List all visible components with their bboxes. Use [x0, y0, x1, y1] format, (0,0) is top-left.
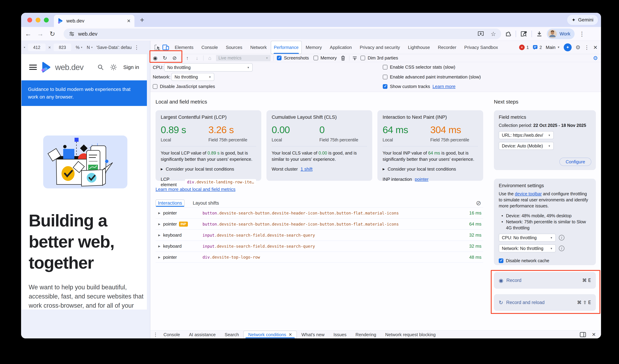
- drawer-tab-request-blocking[interactable]: Network request blocking: [381, 331, 440, 339]
- interaction-row[interactable]: ▶ pointer div.devsite-top-logo-row 48 ms: [155, 252, 483, 263]
- sign-in-link[interactable]: Sign in: [123, 64, 139, 70]
- browser-tab[interactable]: web.dev ✕: [54, 15, 134, 27]
- reload-button[interactable]: ↻: [46, 30, 58, 38]
- tab-application[interactable]: Application: [326, 41, 356, 54]
- zoom-dropdown[interactable]: %▾: [76, 45, 82, 50]
- ai-assistant-icon[interactable]: ✦: [564, 43, 572, 51]
- interaction-row[interactable]: ▶ keyboard input.devsite-search-field.de…: [155, 230, 483, 241]
- drawer-tab-ai-assistance[interactable]: AI assistance: [184, 331, 220, 339]
- zoom-window-button[interactable]: [44, 18, 49, 22]
- dim-3rd-parties-checkbox[interactable]: Dim 3rd parties: [361, 55, 398, 61]
- tab-recorder[interactable]: Recorder: [434, 41, 460, 54]
- field-url-select[interactable]: URL: https://web.dev/▼: [499, 131, 554, 139]
- issues-badge[interactable]: 2: [533, 45, 542, 50]
- hamburger-menu-icon[interactable]: [29, 65, 37, 70]
- drawer-tab-console[interactable]: Console: [159, 331, 184, 339]
- load-profile-icon[interactable]: ↑: [183, 54, 192, 62]
- inp-consider-disclosure[interactable]: ▶ Consider your local test conditions: [383, 167, 478, 172]
- close-drawer-icon[interactable]: ✕: [592, 332, 596, 337]
- interaction-row[interactable]: ▶ pointerINP button.devsite-search-butto…: [155, 218, 483, 230]
- clear-interactions-icon[interactable]: ⊘: [476, 199, 481, 207]
- env-cpu-select[interactable]: CPU: No throttling▼: [499, 234, 556, 242]
- row-expand-icon[interactable]: ▶: [155, 223, 163, 226]
- forward-button[interactable]: →: [34, 30, 46, 38]
- device-toolbar-link[interactable]: device toolbar: [515, 191, 542, 196]
- collect-garbage-icon[interactable]: [340, 55, 346, 61]
- tab-privacy-security[interactable]: Privacy and security: [356, 41, 404, 54]
- interaction-row[interactable]: ▶ keyboard input.devsite-search-field.de…: [155, 241, 483, 252]
- env-network-select[interactable]: Network: No throttling▼: [499, 244, 556, 252]
- profile-button[interactable]: Work: [547, 28, 575, 39]
- throttle-dropdown[interactable]: N▾: [87, 45, 93, 50]
- tab-elements[interactable]: Elements: [171, 41, 197, 54]
- advanced-paint-checkbox[interactable]: Enable advanced paint instrumentation (s…: [383, 74, 481, 80]
- new-tab-button[interactable]: +: [140, 17, 144, 24]
- learn-more-metrics-link[interactable]: Learn more about local and field metrics: [155, 187, 235, 192]
- interaction-row[interactable]: ▶ pointer button.devsite-search-button.d…: [155, 207, 483, 218]
- field-device-select[interactable]: Device: Auto (Mobile)▼: [499, 142, 554, 150]
- tab-performance[interactable]: Performance: [271, 41, 302, 54]
- tab-privacy-sandbox[interactable]: Privacy Sandbox: [460, 41, 502, 54]
- browser-menu-icon[interactable]: ⋮: [579, 30, 585, 37]
- search-icon[interactable]: [97, 64, 104, 70]
- error-badge[interactable]: ✕ 1: [519, 45, 529, 50]
- tab-lighthouse[interactable]: Lighthouse: [404, 41, 434, 54]
- tab-memory[interactable]: Memory: [302, 41, 326, 54]
- drawer-tab-rendering[interactable]: Rendering: [351, 331, 381, 339]
- disable-js-samples-checkbox[interactable]: Disable JavaScript samples: [153, 84, 215, 89]
- tab-sources[interactable]: Sources: [222, 41, 246, 54]
- memory-checkbox[interactable]: Memory: [313, 55, 337, 61]
- extensions-icon[interactable]: [505, 31, 511, 37]
- dock-side-icon[interactable]: [580, 332, 586, 337]
- devtools-settings-icon[interactable]: ⚙: [576, 44, 580, 51]
- cpu-throttle-select[interactable]: No throttling▼: [164, 63, 253, 71]
- install-icon[interactable]: [478, 31, 484, 37]
- inspect-element-icon[interactable]: [154, 44, 161, 51]
- disable-network-cache-checkbox[interactable]: Disable network cache: [499, 258, 591, 263]
- css-selector-stats-checkbox[interactable]: Enable CSS selector stats (slow): [383, 64, 455, 70]
- bookmark-star-icon[interactable]: ☆: [491, 30, 496, 37]
- tab-network[interactable]: Network: [246, 41, 271, 54]
- lcp-element-chip[interactable]: div.devsite-landing-row-ite…: [185, 179, 256, 185]
- device-width-input[interactable]: 412: [28, 43, 46, 51]
- tab-layout-shifts[interactable]: Layout shifts: [191, 199, 221, 207]
- address-bar[interactable]: web.dev ☆: [64, 28, 501, 39]
- tab-close-icon[interactable]: ✕: [127, 18, 131, 24]
- site-logo-text[interactable]: web.dev: [55, 63, 84, 72]
- learn-more-link[interactable]: Learn more: [433, 84, 455, 89]
- devtools-close-icon[interactable]: ✕: [593, 44, 598, 50]
- capture-settings-icon[interactable]: ⚙: [593, 55, 598, 61]
- row-expand-icon[interactable]: ▶: [155, 211, 163, 215]
- lcp-consider-disclosure[interactable]: ▶ Consider your local test conditions: [161, 167, 256, 172]
- save-profile-icon[interactable]: ↓: [192, 54, 202, 62]
- record-and-reload-icon[interactable]: ↻: [160, 54, 170, 62]
- cls-worst-cluster-link[interactable]: 1 shift: [300, 167, 312, 172]
- network-throttle-select[interactable]: No throttling▼: [171, 73, 214, 81]
- tab-search-icon[interactable]: [521, 31, 527, 37]
- minimize-window-button[interactable]: [36, 18, 41, 22]
- gemini-button[interactable]: ✦ Gemini: [567, 15, 598, 25]
- target-selector[interactable]: Main▼: [546, 45, 560, 50]
- webdev-logo-icon[interactable]: [41, 62, 52, 73]
- theme-toggle-icon[interactable]: [110, 64, 117, 71]
- close-window-button[interactable]: [27, 18, 32, 22]
- back-button[interactable]: ←: [22, 30, 34, 38]
- device-toolbar-toggle-icon[interactable]: [162, 44, 169, 51]
- info-icon[interactable]: i: [559, 235, 564, 240]
- device-toolbar-menu-icon[interactable]: ⋮: [134, 44, 139, 50]
- row-expand-icon[interactable]: ▶: [155, 245, 163, 248]
- custom-tracks-checkbox[interactable]: Show custom tracks Learn more: [383, 84, 455, 89]
- row-expand-icon[interactable]: ▶: [155, 234, 163, 237]
- record-button[interactable]: ◉ Record ⌘ E: [494, 272, 596, 289]
- history-dropdown[interactable]: Live metrics▼: [216, 55, 271, 61]
- record-icon[interactable]: ◉: [150, 54, 160, 62]
- clear-icon[interactable]: ⊘: [170, 54, 179, 62]
- close-drawer-tab-icon[interactable]: ✕: [289, 331, 292, 339]
- screenshots-checkbox[interactable]: Screenshots: [277, 55, 309, 61]
- info-icon[interactable]: i: [559, 246, 564, 251]
- downloads-icon[interactable]: [536, 31, 542, 37]
- record-and-reload-button[interactable]: ↻ Record and reload ⌘ ⇧ E: [494, 294, 596, 311]
- sort-tracks-icon[interactable]: [352, 55, 357, 61]
- configure-button[interactable]: Configure: [559, 158, 591, 166]
- live-metrics-home-icon[interactable]: ⌂: [205, 54, 215, 62]
